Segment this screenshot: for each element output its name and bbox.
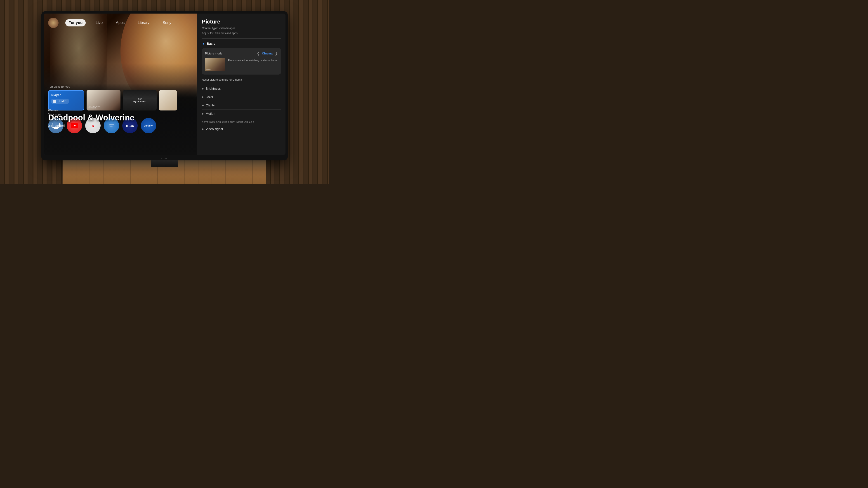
picture-mode-next-icon[interactable]: ❯ <box>275 51 278 56</box>
current-input-section-header: Settings for current input or app <box>202 121 281 124</box>
color-section[interactable]: ▶ Color <box>202 93 281 101</box>
brightness-section[interactable]: ▶ Brightness <box>202 85 281 93</box>
basic-section-header[interactable]: ▼ Basic <box>202 42 281 45</box>
reset-picture-settings-link[interactable]: Reset picture settings for Cinema <box>202 77 281 82</box>
picture-mode-card: Picture mode ❮ Cinema ❯ CINEMA Recommend… <box>202 48 281 74</box>
hdmi-icon <box>53 100 56 103</box>
app-icon-disney-plus[interactable]: Disney+ <box>141 118 156 133</box>
card-title-captains: THE CAPTAINSCLOSE UP <box>88 105 100 109</box>
nav-item-sony[interactable]: Sony <box>159 19 175 26</box>
content-card-partial[interactable] <box>159 90 177 110</box>
disney-plus-label: Disney+ <box>144 124 153 127</box>
picture-mode-row: Picture mode ❮ Cinema ❯ <box>205 51 278 56</box>
streaming-service-logo: Disney+ <box>48 109 134 111</box>
settings-panel-title: Picture <box>202 19 281 25</box>
tv-stand <box>151 160 178 167</box>
brightness-label: Brightness <box>206 87 221 90</box>
color-label: Color <box>206 95 213 99</box>
brightness-arrow-icon: ▶ <box>202 87 204 90</box>
navigation-bar: For you Live Apps Library Sony <box>48 18 197 28</box>
nav-item-live[interactable]: Live <box>92 19 106 26</box>
tv-screen: For you Live Apps Library Sony Disney+ D… <box>43 13 285 155</box>
content-card-equalizer[interactable]: THEEQUALIZER 2 <box>123 90 157 110</box>
settings-content-type: Content type: Video/Images <box>202 26 281 30</box>
clarity-section[interactable]: ▶ Clarity <box>202 101 281 109</box>
settings-divider-1 <box>202 38 281 39</box>
clarity-arrow-icon: ▶ <box>202 104 204 107</box>
color-arrow-icon: ▶ <box>202 95 204 98</box>
motion-section[interactable]: ▶ Motion <box>202 109 281 118</box>
basic-section-arrow-icon: ▼ <box>202 42 205 45</box>
player-card[interactable]: Player HDMI 1 <box>48 90 84 110</box>
card-title-equalizer: THEEQUALIZER 2 <box>133 98 147 103</box>
avatar <box>48 18 59 28</box>
top-picks-label: Top picks for you <box>48 85 193 88</box>
basic-section-label: Basic <box>207 42 215 45</box>
top-picks-row: Player HDMI 1 THE CAPTAINSCLOSE UP THEEQ… <box>48 90 193 110</box>
content-card-captains[interactable]: THE CAPTAINSCLOSE UP <box>87 90 121 110</box>
picture-mode-description: Recommended for watching movies at home <box>228 58 277 62</box>
clarity-label: Clarity <box>206 103 215 107</box>
settings-panel: Picture Content type: Video/Images Adjus… <box>197 13 285 155</box>
video-signal-arrow-icon: ▶ <box>202 127 204 131</box>
tv-set: Sony For you Live Apps Library Sony Dis <box>41 11 288 160</box>
player-input-label: HDMI 1 <box>58 100 67 103</box>
hero-text-area: Disney+ Deadpool & Wolverine Just added <box>48 109 134 128</box>
nav-item-apps[interactable]: Apps <box>113 19 128 26</box>
picture-mode-preview: CINEMA Recommended for watching movies a… <box>205 58 278 71</box>
picture-mode-label: Picture mode <box>205 52 222 55</box>
picture-mode-controls: ❮ Cinema ❯ <box>257 51 278 56</box>
player-card-title: Player <box>51 93 61 97</box>
nav-item-for-you[interactable]: For you <box>65 19 86 26</box>
thumbnail-overlay-text: CINEMA <box>206 69 211 70</box>
tv-brand-label: Sony <box>161 158 168 160</box>
player-input-selector[interactable]: HDMI 1 <box>51 99 69 104</box>
picture-mode-value: Cinema <box>262 52 273 55</box>
settings-adjust-for: Adjust for: All inputs and apps <box>202 31 281 35</box>
hero-badge: Just added <box>48 124 134 128</box>
motion-arrow-icon: ▶ <box>202 112 204 115</box>
video-signal-label: Video signal <box>206 127 223 131</box>
video-signal-section[interactable]: ▶ Video signal <box>202 125 281 133</box>
motion-label: Motion <box>206 112 215 116</box>
hero-title: Deadpool & Wolverine <box>48 113 134 123</box>
nav-item-library[interactable]: Library <box>134 19 153 26</box>
picture-mode-prev-icon[interactable]: ❮ <box>257 51 260 56</box>
tv-home-screen: For you Live Apps Library Sony Disney+ D… <box>43 13 197 155</box>
picture-mode-thumbnail: CINEMA <box>205 58 225 71</box>
